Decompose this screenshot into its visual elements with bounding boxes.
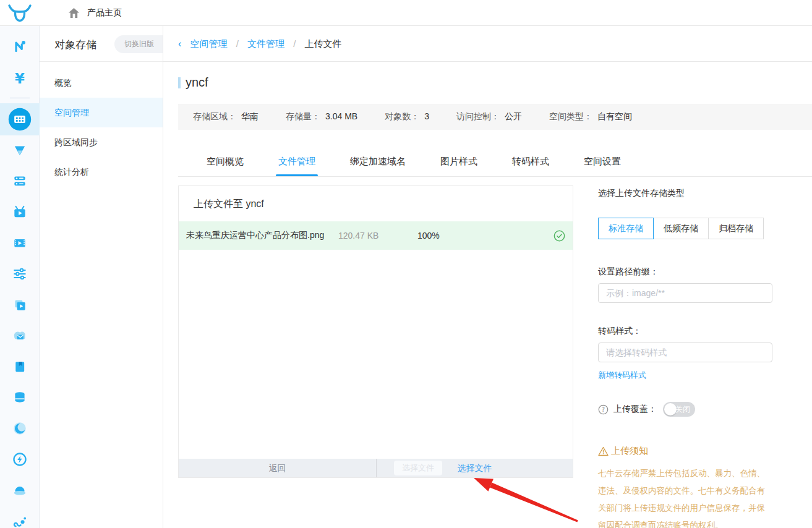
top-bar: 产品主页 xyxy=(0,0,812,26)
qiniu-console-page: 产品主页 ¥ xyxy=(0,0,812,528)
sidebar-item-statistics[interactable]: 统计分析 xyxy=(40,157,163,187)
info-storage-label: 存储量： xyxy=(286,111,320,121)
upload-success-check-icon xyxy=(553,230,565,242)
ghost-select-file-button: 选择文件 xyxy=(394,461,442,475)
database-icon[interactable] xyxy=(12,390,28,406)
product-icon-rail: ¥ xyxy=(0,26,40,528)
uploaded-file-row: 未来鸟重庆运营中心产品分布图.png 120.47 KB 100% xyxy=(179,221,573,250)
back-chevron-icon[interactable]: ‹ xyxy=(178,38,181,49)
sidebar-item-space-management[interactable]: 空间管理 xyxy=(40,98,163,127)
breadcrumb-separator: / xyxy=(236,38,239,49)
upload-overwrite-row: ? 上传覆盖： 关闭 xyxy=(598,402,772,417)
info-type-label: 空间类型： xyxy=(549,111,592,121)
upload-notice-title-row: 上传须知 xyxy=(598,445,772,457)
storage-type-label: 选择上传文件存储类型 xyxy=(598,188,772,199)
qiniu-logo[interactable] xyxy=(0,4,40,22)
title-marker xyxy=(178,77,181,88)
info-objects-value: 3 xyxy=(424,111,429,121)
path-prefix-input[interactable] xyxy=(598,283,772,303)
info-storage-value: 3.04 MB xyxy=(325,111,357,121)
pipeline-hook-icon[interactable] xyxy=(12,513,28,528)
upload-overwrite-toggle[interactable]: 关闭 xyxy=(663,402,695,417)
upload-panel-footer: 返回 选择文件 选择文件 xyxy=(179,459,573,477)
cloud-mail-icon[interactable] xyxy=(12,328,28,344)
flash-circle-icon[interactable] xyxy=(12,451,28,467)
tab-space-overview[interactable]: 空间概览 xyxy=(207,147,244,176)
toggle-state-label: 关闭 xyxy=(675,402,690,417)
tab-image-style[interactable]: 图片样式 xyxy=(440,147,477,176)
breadcrumb-space-management[interactable]: 空间管理 xyxy=(190,38,228,49)
svg-text:¥: ¥ xyxy=(15,70,25,87)
add-transcode-style-link[interactable]: 新增转码样式 xyxy=(598,370,646,381)
storage-type-group: 标准存储 低频存储 归档存储 xyxy=(598,218,772,239)
cdn-triangle-icon[interactable] xyxy=(12,142,28,158)
file-size: 120.47 KB xyxy=(338,231,417,241)
file-name: 未来鸟重庆运营中心产品分布图.png xyxy=(186,230,338,241)
info-access-label: 访问控制： xyxy=(456,111,500,121)
back-button[interactable]: 返回 xyxy=(179,459,377,477)
upload-overwrite-label: 上传覆盖： xyxy=(613,404,657,415)
sidebar-item-overview[interactable]: 概览 xyxy=(40,68,163,98)
tab-transcode-style[interactable]: 转码样式 xyxy=(512,147,549,176)
upload-panel-title: 上传文件至 yncf xyxy=(179,186,573,221)
warning-icon xyxy=(598,446,609,456)
moon-app-icon[interactable] xyxy=(12,420,28,436)
select-file-area[interactable]: 选择文件 选择文件 xyxy=(377,459,573,477)
media-tv-icon[interactable] xyxy=(12,204,28,220)
main-content: ‹ 空间管理 / 文件管理 / 上传文件 yncf 存储区域：华南 存储量：3.… xyxy=(163,26,812,528)
transcode-style-label: 转码样式： xyxy=(598,326,772,337)
tab-bind-domain[interactable]: 绑定加速域名 xyxy=(350,147,406,176)
object-storage-icon[interactable] xyxy=(8,108,32,131)
film-strip-icon[interactable] xyxy=(12,235,28,251)
toggle-knob xyxy=(664,403,677,415)
storage-type-standard-button[interactable]: 标准存储 xyxy=(598,218,654,239)
home-icon xyxy=(68,7,80,19)
info-type-value: 自有空间 xyxy=(597,111,632,121)
path-prefix-label: 设置路径前缀： xyxy=(598,266,772,278)
help-icon[interactable]: ? xyxy=(598,404,609,415)
video-player-icon[interactable] xyxy=(12,297,28,313)
bucket-title-row: yncf xyxy=(178,75,208,90)
switch-old-version-button[interactable]: 切换旧版 xyxy=(114,35,163,53)
book-box-icon[interactable] xyxy=(12,359,28,375)
sidebar-item-cross-region-sync[interactable]: 跨区域同步 xyxy=(40,127,163,157)
tab-file-management[interactable]: 文件管理 xyxy=(278,147,315,176)
file-progress: 100% xyxy=(417,231,545,241)
bucket-tabs: 空间概览 文件管理 绑定加速域名 图片样式 转码样式 空间设置 xyxy=(178,147,812,177)
server-icon[interactable] xyxy=(12,173,28,189)
storage-type-infrequent-button[interactable]: 低频存储 xyxy=(653,218,709,239)
breadcrumb-separator: / xyxy=(293,38,296,49)
info-objects-label: 对象数： xyxy=(385,111,419,121)
upload-notice-body: 七牛云存储严禁上传包括反动、暴力、色情、违法、及侵权内容的文件。七牛有义务配合有… xyxy=(598,465,772,528)
sidebar-menu: 概览 空间管理 跨区域同步 统计分析 xyxy=(40,62,163,187)
storage-type-archive-button[interactable]: 归档存储 xyxy=(708,218,764,239)
sidebar-title: 对象存储 xyxy=(54,38,96,52)
rail-divider xyxy=(10,98,30,98)
product-home-link[interactable]: 产品主页 xyxy=(68,7,122,19)
bucket-info-strip: 存储区域：华南 存储量：3.04 MB 对象数：3 访问控制：公开 空间类型：自… xyxy=(178,104,812,130)
breadcrumb-file-management[interactable]: 文件管理 xyxy=(247,38,284,49)
svg-text:?: ? xyxy=(602,406,605,412)
product-home-label: 产品主页 xyxy=(87,7,122,19)
cloud-layers-icon[interactable] xyxy=(12,482,28,498)
upload-panel: 上传文件至 yncf 未来鸟重庆运营中心产品分布图.png 120.47 KB … xyxy=(178,185,573,478)
tab-space-settings[interactable]: 空间设置 xyxy=(584,147,621,176)
transcode-style-input[interactable] xyxy=(598,343,772,362)
sidebar-header: 对象存储 切换旧版 xyxy=(40,26,163,62)
select-file-button[interactable]: 选择文件 xyxy=(458,463,492,473)
object-storage-sidebar: 对象存储 切换旧版 概览 空间管理 跨区域同步 统计分析 xyxy=(40,26,163,528)
bucket-name-title: yncf xyxy=(186,75,208,90)
upload-options-panel: 选择上传文件存储类型 标准存储 低频存储 归档存储 设置路径前缀： 转码样式： … xyxy=(598,188,772,528)
upload-notice-title: 上传须知 xyxy=(611,445,648,457)
dora-sliders-icon[interactable] xyxy=(12,266,28,282)
breadcrumb: ‹ 空间管理 / 文件管理 / 上传文件 xyxy=(163,26,812,62)
finance-yen-icon[interactable]: ¥ xyxy=(12,70,28,87)
info-region-label: 存储区域： xyxy=(193,111,236,121)
info-access-value: 公开 xyxy=(505,111,522,121)
service-n-icon[interactable] xyxy=(12,38,28,54)
breadcrumb-upload-file: 上传文件 xyxy=(305,38,342,49)
bull-logo-icon xyxy=(7,4,33,22)
info-region-value: 华南 xyxy=(241,111,259,121)
